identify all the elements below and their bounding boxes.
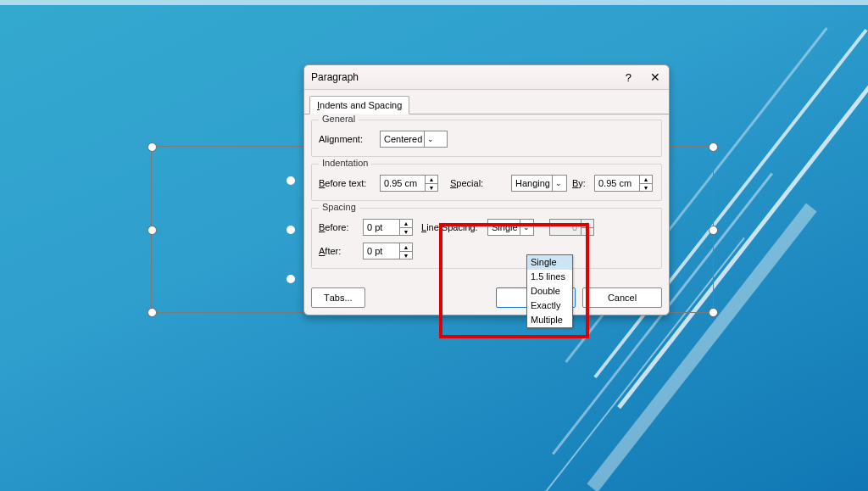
dialog-footer: Tabs... OK Cancel xyxy=(304,282,669,315)
before-text-label: Before text: xyxy=(319,178,375,188)
close-button[interactable]: ✕ xyxy=(647,69,664,86)
after-label: After: xyxy=(319,246,358,256)
tabs-row: Indents and Spacing xyxy=(304,90,669,114)
before-text-value: 0.95 cm xyxy=(381,178,425,188)
group-general: General Alignment: Centered ⌄ xyxy=(311,120,662,157)
chevron-down-icon: ⌄ xyxy=(520,220,532,235)
after-spinner[interactable]: 0 pt ▲▼ xyxy=(363,243,413,259)
at-value: 0 xyxy=(550,222,581,232)
tab-indents-and-spacing[interactable]: Indents and Spacing xyxy=(309,96,409,114)
bullet xyxy=(287,176,295,185)
special-select[interactable]: Hanging ⌄ xyxy=(511,175,567,192)
legend-spacing: Spacing xyxy=(319,202,359,212)
legend-general: General xyxy=(319,114,359,124)
top-strip xyxy=(0,0,868,5)
paragraph-dialog: Paragraph ? ✕ Indents and Spacing Genera… xyxy=(303,64,670,315)
alignment-value: Centered xyxy=(381,134,424,144)
dropdown-option[interactable]: Single xyxy=(527,255,572,270)
handle-ne[interactable] xyxy=(709,142,718,152)
before-text-spinner[interactable]: 0.95 cm ▲▼ xyxy=(380,175,438,192)
bullet xyxy=(287,275,295,283)
by-spinner[interactable]: 0.95 cm ▲▼ xyxy=(594,175,653,192)
dropdown-option[interactable]: 1.5 lines xyxy=(527,270,572,284)
special-value: Hanging xyxy=(512,178,552,188)
help-button[interactable]: ? xyxy=(626,71,632,84)
by-value: 0.95 cm xyxy=(595,178,639,188)
group-spacing: Spacing Before: 0 pt ▲▼ Line Spacing: Si… xyxy=(311,208,662,269)
at-spinner: 0 ▲▼ xyxy=(549,219,594,236)
dropdown-option[interactable]: Exactly xyxy=(527,299,572,313)
before-spinner[interactable]: 0 pt ▲▼ xyxy=(363,219,413,236)
group-indentation: Indentation Before text: 0.95 cm ▲▼ Spec… xyxy=(311,164,662,201)
dialog-title: Paragraph xyxy=(304,71,359,83)
cancel-button[interactable]: Cancel xyxy=(582,287,662,308)
titlebar[interactable]: Paragraph ? ✕ xyxy=(304,65,669,90)
after-value: 0 pt xyxy=(364,246,399,256)
tabs-button[interactable]: Tabs... xyxy=(311,287,365,308)
legend-indentation: Indentation xyxy=(319,158,371,168)
chevron-down-icon: ⌄ xyxy=(424,131,437,147)
line-spacing-label: Line Spacing: xyxy=(421,222,482,232)
line-spacing-value: Single xyxy=(488,222,520,232)
line-spacing-dropdown[interactable]: Single 1.5 lines Double Exactly Multiple xyxy=(526,254,573,328)
dropdown-option[interactable]: Double xyxy=(527,284,572,299)
before-label: Before: xyxy=(319,222,358,232)
dropdown-option[interactable]: Multiple xyxy=(527,313,572,327)
before-value: 0 pt xyxy=(364,222,399,232)
handle-se[interactable] xyxy=(709,308,718,317)
handle-sw[interactable] xyxy=(147,308,157,317)
special-label: Special: xyxy=(450,178,506,188)
dialog-body: General Alignment: Centered ⌄ Indentatio… xyxy=(304,114,669,282)
handle-e[interactable] xyxy=(709,226,718,235)
bullet xyxy=(287,226,295,234)
alignment-label: Alignment: xyxy=(319,134,375,144)
handle-w[interactable] xyxy=(147,226,157,235)
line-spacing-select[interactable]: Single ⌄ xyxy=(487,219,534,236)
by-label: By: xyxy=(572,178,589,188)
alignment-select[interactable]: Centered ⌄ xyxy=(380,131,448,148)
handle-nw[interactable] xyxy=(147,142,157,152)
chevron-down-icon: ⌄ xyxy=(552,176,565,191)
